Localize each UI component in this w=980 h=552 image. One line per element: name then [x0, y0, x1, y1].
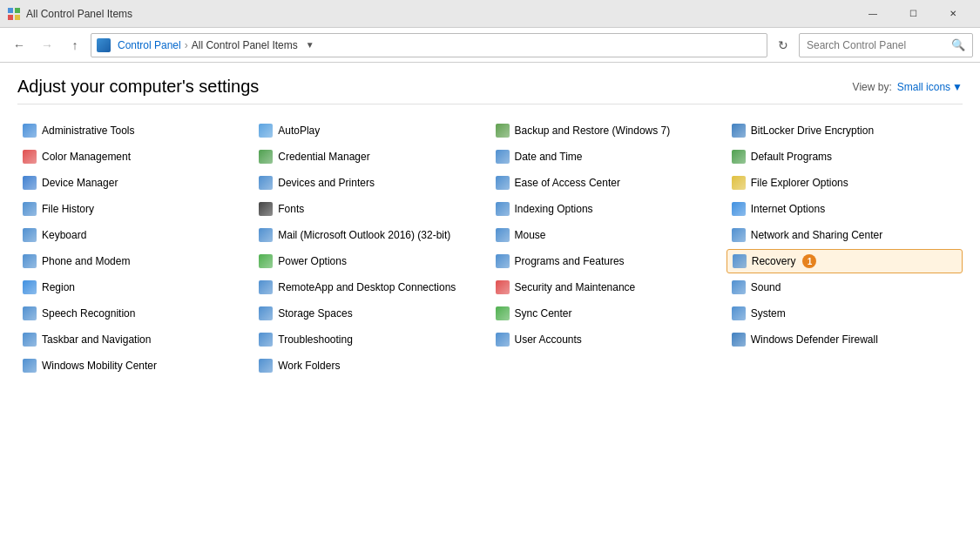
item-label: Storage Spaces	[278, 307, 352, 320]
control-item[interactable]: Network and Sharing Center	[727, 223, 963, 247]
control-item[interactable]: Speech Recognition	[17, 301, 253, 326]
item-label: Keyboard	[42, 229, 86, 241]
item-label: Windows Mobility Center	[42, 360, 157, 372]
breadcrumb-control-panel[interactable]: Control Panel	[118, 39, 181, 51]
control-item[interactable]: Region	[17, 275, 253, 300]
control-item[interactable]: Security and Maintenance	[490, 275, 727, 300]
view-by-control: View by: Small icons ▼	[853, 81, 963, 93]
item-label: Backup and Restore (Windows 7)	[515, 125, 671, 137]
svg-rect-0	[8, 8, 13, 13]
control-item[interactable]: Date and Time	[490, 145, 727, 169]
control-item[interactable]: BitLocker Drive Encryption	[727, 118, 963, 143]
control-item[interactable]: Storage Spaces	[253, 301, 490, 326]
view-by-dropdown[interactable]: Small icons ▼	[897, 81, 963, 93]
svg-rect-1	[15, 8, 20, 13]
item-label: AutoPlay	[278, 125, 320, 137]
item-label: Taskbar and Navigation	[42, 333, 151, 346]
item-label: Date and Time	[515, 151, 583, 163]
forward-button[interactable]: →	[35, 33, 59, 57]
item-label: Administrative Tools	[42, 125, 135, 137]
control-item[interactable]: AutoPlay	[253, 118, 490, 143]
item-label: Credential Manager	[278, 151, 369, 163]
control-item[interactable]: Power Options	[253, 249, 490, 273]
title-bar-controls: — ☐ ✕	[853, 0, 973, 28]
item-label: Indexing Options	[515, 203, 593, 215]
control-item[interactable]: Credential Manager	[253, 145, 490, 169]
control-item[interactable]: User Accounts	[490, 327, 727, 352]
svg-rect-3	[15, 15, 20, 20]
search-icon: 🔍	[951, 38, 965, 51]
control-item[interactable]: RemoteApp and Desktop Connections	[253, 275, 490, 300]
breadcrumb-dropdown-button[interactable]: ▼	[301, 33, 319, 57]
view-by-arrow: ▼	[952, 81, 963, 93]
up-button[interactable]: ↑	[63, 33, 87, 57]
control-item[interactable]: Programs and Features	[490, 249, 727, 273]
breadcrumb-icon	[97, 38, 111, 52]
control-item[interactable]: Recovery1	[727, 249, 963, 273]
control-item[interactable]: Mail (Microsoft Outlook 2016) (32-bit)	[253, 223, 490, 247]
item-label: Color Management	[42, 151, 131, 163]
control-item[interactable]: Device Manager	[17, 171, 253, 195]
control-item[interactable]: Devices and Printers	[253, 171, 490, 195]
control-item[interactable]: Ease of Access Center	[490, 171, 727, 195]
item-label: Work Folders	[278, 360, 340, 372]
control-item[interactable]: Windows Mobility Center	[17, 353, 253, 378]
item-label: File Explorer Options	[751, 177, 848, 189]
refresh-button[interactable]: ↻	[771, 33, 795, 57]
control-item[interactable]: File History	[17, 197, 253, 221]
item-label: Phone and Modem	[42, 255, 130, 267]
control-item[interactable]: Work Folders	[253, 353, 490, 378]
control-item[interactable]: Backup and Restore (Windows 7)	[490, 118, 727, 143]
view-by-label: View by:	[853, 81, 892, 93]
item-label: Mouse	[515, 229, 546, 241]
item-label: Recovery	[752, 255, 796, 267]
items-grid: Administrative ToolsAutoPlayBackup and R…	[17, 118, 963, 378]
control-item[interactable]: Fonts	[253, 197, 490, 221]
item-label: Power Options	[278, 255, 347, 267]
item-label: User Accounts	[515, 333, 582, 346]
minimize-button[interactable]: —	[853, 0, 893, 28]
control-item[interactable]: Indexing Options	[490, 197, 727, 221]
control-item[interactable]: Keyboard	[17, 223, 253, 247]
control-item[interactable]: Color Management	[17, 145, 253, 169]
control-item[interactable]: Sync Center	[490, 301, 727, 326]
control-item[interactable]: Default Programs	[727, 145, 963, 169]
item-label: Default Programs	[751, 151, 832, 163]
item-label: RemoteApp and Desktop Connections	[278, 281, 456, 293]
item-label: Programs and Features	[515, 255, 625, 267]
notification-badge: 1	[802, 254, 816, 268]
item-label: Sound	[751, 281, 781, 293]
breadcrumb-all-items[interactable]: All Control Panel Items	[192, 39, 298, 51]
title-bar-text: All Control Panel Items	[26, 8, 853, 20]
address-bar: ← → ↑ Control Panel › All Control Panel …	[0, 28, 980, 63]
item-label: Security and Maintenance	[515, 281, 636, 293]
item-label: Speech Recognition	[42, 307, 135, 320]
item-label: Ease of Access Center	[515, 177, 620, 189]
view-by-value: Small icons	[897, 81, 950, 93]
control-item[interactable]: Taskbar and Navigation	[17, 327, 253, 352]
item-label: Device Manager	[42, 177, 118, 189]
svg-rect-2	[8, 15, 13, 20]
control-item[interactable]: Sound	[727, 275, 963, 300]
control-item[interactable]: System	[727, 301, 963, 326]
control-item[interactable]: Mouse	[490, 223, 727, 247]
maximize-button[interactable]: ☐	[893, 0, 933, 28]
window-icon	[7, 7, 21, 21]
control-item[interactable]: Administrative Tools	[17, 118, 253, 143]
control-item[interactable]: Internet Options	[727, 197, 963, 221]
close-button[interactable]: ✕	[933, 0, 973, 28]
control-item[interactable]: Troubleshooting	[253, 327, 490, 352]
control-item[interactable]: File Explorer Options	[727, 171, 963, 195]
back-button[interactable]: ←	[7, 33, 31, 57]
control-item[interactable]: Windows Defender Firewall	[727, 327, 963, 352]
search-bar: 🔍	[799, 33, 973, 57]
search-input[interactable]	[807, 39, 951, 51]
item-label: File History	[42, 203, 94, 215]
item-label: Troubleshooting	[278, 333, 353, 346]
item-label: Internet Options	[751, 203, 825, 215]
item-label: Network and Sharing Center	[751, 229, 882, 241]
item-label: System	[751, 307, 786, 320]
main-area: Adjust your computer's settings View by:…	[0, 63, 980, 552]
control-item[interactable]: Phone and Modem	[17, 249, 253, 273]
page-title: Adjust your computer's settings	[17, 77, 259, 97]
